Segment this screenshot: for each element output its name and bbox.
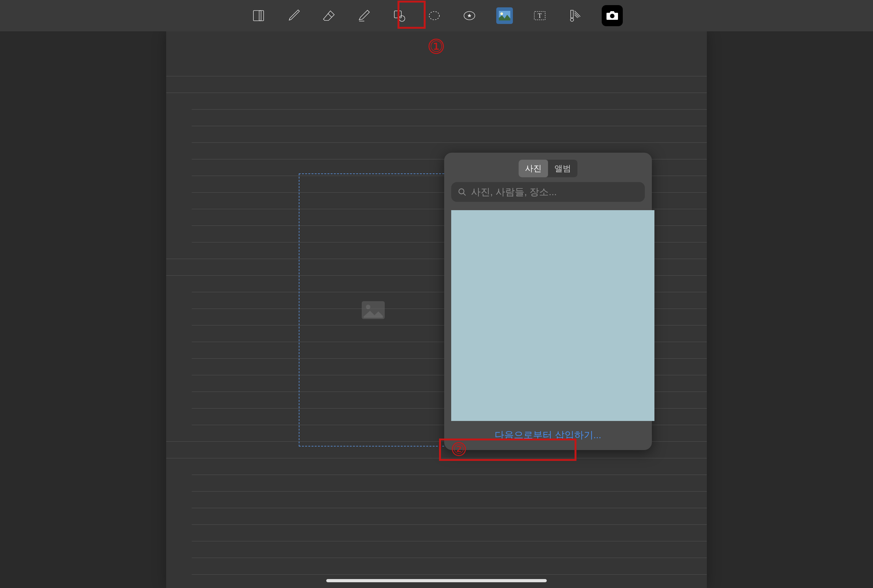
svg-point-6 bbox=[429, 12, 439, 20]
tab-albums[interactable]: 앨범 bbox=[548, 160, 577, 177]
home-indicator bbox=[326, 579, 547, 582]
toolbar: T bbox=[0, 0, 873, 31]
lasso-tool[interactable] bbox=[426, 8, 443, 24]
svg-line-17 bbox=[463, 193, 466, 195]
insert-from-button[interactable]: 다음으로부터 삽입하기... bbox=[451, 429, 645, 442]
shape-tool[interactable] bbox=[391, 8, 407, 24]
image-placeholder-frame[interactable] bbox=[299, 173, 447, 447]
ruler-tool[interactable] bbox=[566, 8, 583, 24]
svg-point-12 bbox=[570, 18, 574, 21]
pen-tool[interactable] bbox=[285, 8, 302, 24]
favorites-tool[interactable] bbox=[461, 8, 478, 24]
document-tool[interactable] bbox=[250, 8, 267, 24]
search-input[interactable] bbox=[471, 186, 639, 197]
svg-point-13 bbox=[610, 14, 615, 18]
camera-button[interactable] bbox=[602, 5, 623, 26]
search-icon bbox=[458, 188, 467, 196]
svg-point-15 bbox=[366, 305, 370, 309]
eraser-tool[interactable] bbox=[320, 8, 337, 24]
svg-line-2 bbox=[328, 14, 332, 17]
tab-segment: 사진 앨범 bbox=[518, 160, 577, 177]
svg-rect-4 bbox=[394, 11, 401, 18]
svg-rect-1 bbox=[259, 10, 264, 21]
svg-rect-0 bbox=[253, 10, 261, 21]
text-tool[interactable]: T bbox=[531, 8, 548, 24]
photo-thumbnail[interactable] bbox=[451, 210, 654, 421]
photo-picker-popover: 사진 앨범 다음으로부터 삽입하기... bbox=[444, 153, 652, 450]
search-field[interactable] bbox=[451, 182, 645, 202]
note-paper[interactable]: 사진 앨범 다음으로부터 삽입하기... bbox=[166, 31, 707, 588]
image-tool[interactable] bbox=[496, 8, 513, 24]
svg-text:T: T bbox=[538, 12, 542, 19]
highlighter-tool[interactable] bbox=[356, 8, 372, 24]
svg-point-9 bbox=[500, 12, 503, 15]
image-placeholder-icon bbox=[361, 300, 385, 320]
svg-point-5 bbox=[399, 16, 405, 21]
svg-point-16 bbox=[459, 189, 464, 194]
tab-photos[interactable]: 사진 bbox=[518, 160, 548, 177]
